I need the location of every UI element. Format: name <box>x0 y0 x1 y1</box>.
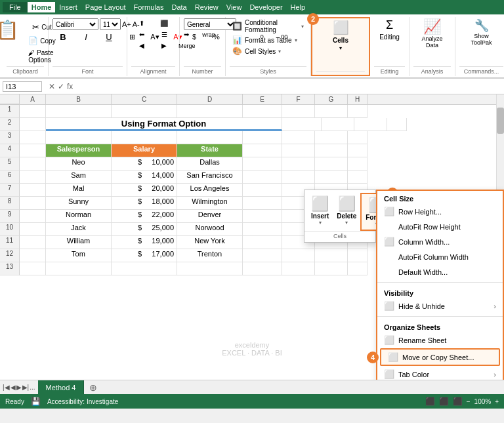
file-menu[interactable]: File <box>3 2 28 12</box>
delete-button[interactable]: ⬜ Delete ▾ <box>333 193 360 231</box>
col-header-b[interactable]: B <box>46 94 112 104</box>
col-header-h[interactable]: H <box>348 94 368 104</box>
home-tab[interactable]: Home <box>28 2 56 12</box>
cell-h2[interactable] <box>387 118 407 131</box>
page-break-view-icon[interactable]: ⬛ <box>453 397 463 406</box>
bold-button[interactable]: B <box>52 31 74 43</box>
cell-reference-input[interactable] <box>3 81 42 92</box>
format-as-table-button[interactable]: 📊 Format as Table ▾ <box>230 35 300 45</box>
add-sheet-button[interactable]: ⊕ <box>84 381 102 394</box>
cell-c3[interactable] <box>112 131 177 144</box>
cell-g1[interactable] <box>315 105 348 118</box>
col-header-a[interactable]: A <box>20 94 46 104</box>
scrollbar-thumb[interactable] <box>497 108 504 134</box>
col-header-f[interactable]: F <box>282 94 315 104</box>
insert-arrow[interactable]: ▾ <box>319 220 322 226</box>
underline-button[interactable]: U <box>98 31 119 43</box>
col-header-g[interactable]: G <box>315 94 348 104</box>
col-header-c[interactable]: C <box>112 94 177 104</box>
cancel-formula-icon[interactable]: ✕ <box>49 82 55 91</box>
cell-d1[interactable] <box>177 105 243 118</box>
align-top-button[interactable]: ⬆ <box>131 18 152 28</box>
row-header-4[interactable]: 4 <box>0 144 20 157</box>
page-layout-view-icon[interactable]: ⬛ <box>439 397 449 406</box>
next-sheet-arrow[interactable]: ▶ <box>16 384 22 391</box>
indent-left-button[interactable]: ◀ <box>131 41 152 50</box>
cell-h1[interactable] <box>348 105 368 118</box>
autofit-col-item[interactable]: ⬜ AutoFit Column Width <box>377 249 503 264</box>
cell-g2[interactable] <box>354 118 387 131</box>
formulas-tab[interactable]: Formulas <box>130 2 168 12</box>
rename-sheet-item[interactable]: ⬜ Rename Sheet <box>377 332 503 348</box>
cell-a3[interactable] <box>20 131 46 144</box>
cell-h3[interactable] <box>348 131 368 144</box>
accessibility-status[interactable]: Accessibility: Investigate <box>47 398 118 405</box>
last-sheet-arrow[interactable]: ▶| <box>22 384 30 391</box>
tab-color-item[interactable]: ⬜ Tab Color › <box>377 367 503 380</box>
cell-g4[interactable] <box>315 144 348 157</box>
insert-tab[interactable]: Insert <box>55 2 81 12</box>
align-left-button[interactable]: ⬅ <box>131 30 152 39</box>
first-sheet-arrow[interactable]: |◀ <box>3 384 10 391</box>
delete-arrow[interactable]: ▾ <box>345 220 348 226</box>
italic-button[interactable]: I <box>75 31 96 43</box>
cell-b4-salesperson[interactable]: Salesperson <box>46 144 112 157</box>
align-center-button[interactable]: ☰ <box>154 30 175 39</box>
more-sheets-arrow[interactable]: ... <box>30 384 35 391</box>
align-middle-button[interactable]: ⬛ <box>154 18 175 28</box>
conditional-formatting-button[interactable]: 🔲 Conditional Formatting ▾ <box>230 18 306 34</box>
cell-f1[interactable] <box>282 105 315 118</box>
cell-a4[interactable] <box>20 144 46 157</box>
cell-title[interactable]: Using Format Option <box>46 118 282 131</box>
hide-unhide-item[interactable]: ⬜ Hide & Unhide › <box>377 298 503 313</box>
cell-f3[interactable] <box>282 131 315 144</box>
cell-c4-salary[interactable]: Salary <box>112 144 177 157</box>
page-layout-tab[interactable]: Page Layout <box>81 2 130 12</box>
cell-e3[interactable] <box>243 131 282 144</box>
cell-e4[interactable] <box>243 144 282 157</box>
view-tab[interactable]: View <box>222 2 246 12</box>
row-height-item[interactable]: ⬜ Row Height... <box>377 204 503 219</box>
select-all-button[interactable] <box>0 94 20 104</box>
cells-arrow[interactable]: ▾ <box>339 45 342 51</box>
cell-styles-button[interactable]: 🎨 Cell Styles ▾ <box>230 46 284 56</box>
cell-b1[interactable] <box>46 105 112 118</box>
cell-e2[interactable] <box>282 118 322 131</box>
cell-h4[interactable] <box>348 144 368 157</box>
zoom-in-button[interactable]: + <box>495 398 499 405</box>
normal-view-icon[interactable]: ⬛ <box>425 397 435 406</box>
formula-input[interactable] <box>77 83 501 91</box>
sheet-tab-method4[interactable]: Method 4 <box>38 380 85 395</box>
autofit-row-item[interactable]: ⬜ AutoFit Row Height <box>377 219 503 234</box>
developer-tab[interactable]: Developer <box>245 2 286 12</box>
col-header-d[interactable]: D <box>177 94 243 104</box>
row-header-2[interactable]: 2 <box>0 118 20 131</box>
move-copy-sheet-item[interactable]: 4 ⬜ Move or Copy Sheet... <box>380 348 500 366</box>
cell-a2[interactable] <box>20 118 46 131</box>
row-header-1[interactable]: 1 <box>0 105 20 118</box>
zoom-out-button[interactable]: − <box>467 398 471 405</box>
indent-right-button[interactable]: ▶ <box>154 41 175 50</box>
cell-f2[interactable] <box>322 118 354 131</box>
help-tab[interactable]: Help <box>287 2 310 12</box>
insert-button[interactable]: ⬜ Insert ▾ <box>307 193 333 231</box>
currency-button[interactable]: $ <box>184 31 205 42</box>
prev-sheet-arrow[interactable]: ◀ <box>10 384 16 391</box>
insert-function-icon[interactable]: fx <box>67 82 73 91</box>
percent-button[interactable]: % <box>206 31 227 42</box>
paste-button[interactable]: 📋 1 <box>0 18 23 42</box>
cell-g3[interactable] <box>315 131 348 144</box>
cell-f4[interactable] <box>282 144 315 157</box>
data-tab[interactable]: Data <box>167 2 190 12</box>
col-header-e[interactable]: E <box>243 94 282 104</box>
font-size-select[interactable]: 11 <box>100 18 121 30</box>
confirm-formula-icon[interactable]: ✓ <box>58 82 64 91</box>
review-tab[interactable]: Review <box>191 2 222 12</box>
cell-d3[interactable] <box>177 131 243 144</box>
cell-e1[interactable] <box>243 105 282 118</box>
row-header-3[interactable]: 3 <box>0 131 20 144</box>
cell-a1[interactable] <box>20 105 46 118</box>
default-width-item[interactable]: ⬜ Default Width... <box>377 264 503 279</box>
font-family-select[interactable]: Calibri <box>52 18 98 30</box>
cell-c1[interactable] <box>112 105 177 118</box>
